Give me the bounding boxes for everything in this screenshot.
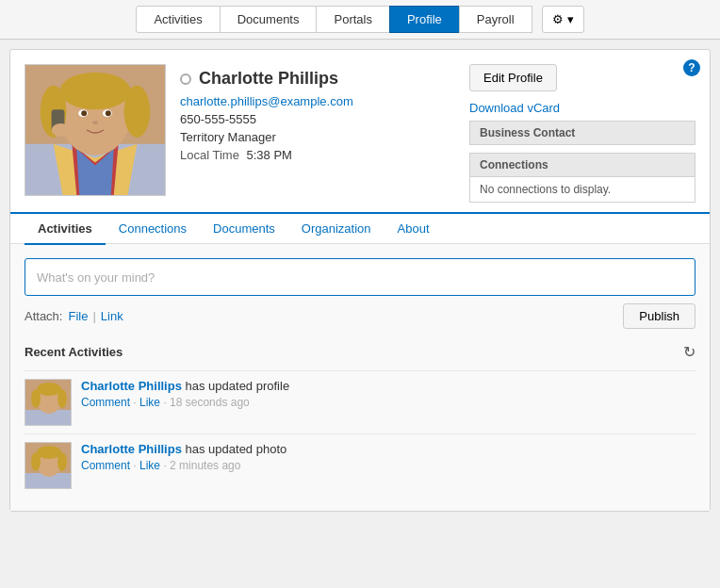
- svg-point-21: [31, 389, 41, 408]
- like-link[interactable]: Like: [139, 396, 160, 409]
- connections-body: No connections to display.: [469, 177, 695, 203]
- download-vcard-link[interactable]: Download vCard: [469, 101, 695, 115]
- activity-avatar: [25, 379, 72, 426]
- profile-phone: 650-555-5555: [180, 112, 455, 126]
- activity-avatar: [25, 442, 72, 489]
- avatar-image: [25, 64, 165, 196]
- main-content: Charlotte Phillips charlotte.phillips@ex…: [9, 49, 711, 512]
- tab-about-profile[interactable]: About: [385, 214, 443, 245]
- svg-point-9: [124, 86, 151, 138]
- activity-links: Comment · Like · 2 minutes ago: [81, 459, 695, 472]
- profile-local-time: Local Time 5:38 PM: [180, 148, 455, 162]
- svg-point-27: [31, 452, 41, 471]
- activity-time: 18 seconds ago: [170, 396, 250, 409]
- connections-section: Connections No connections to display.: [469, 153, 695, 203]
- activities-body: What's on your mind? Attach: File | Link…: [10, 243, 710, 511]
- svg-point-22: [57, 389, 67, 408]
- svg-point-7: [60, 73, 131, 109]
- svg-point-20: [37, 383, 61, 396]
- svg-point-16: [52, 123, 71, 137]
- activity-item: Charlotte Phillips has updated photo Com…: [25, 433, 695, 497]
- activity-person-name[interactable]: Charlotte Phillips: [81, 379, 182, 393]
- attach-separator: |: [92, 309, 95, 323]
- help-icon[interactable]: ?: [683, 59, 700, 76]
- top-nav: Activities Documents Portals Profile Pay…: [0, 0, 720, 40]
- activity-action: has updated photo: [186, 442, 287, 456]
- recent-activities-header: Recent Activities ↻: [25, 343, 695, 361]
- tab-portals[interactable]: Portals: [316, 6, 389, 33]
- profile-tabs: Activities Connections Documents Organiz…: [10, 212, 710, 243]
- profile-job-title: Territory Manager: [180, 130, 455, 144]
- svg-point-12: [81, 110, 87, 116]
- svg-point-28: [57, 452, 67, 471]
- status-indicator: [180, 74, 191, 85]
- activity-text: Charlotte Phillips has updated photo Com…: [81, 442, 695, 489]
- status-placeholder: What's on your mind?: [37, 270, 155, 285]
- tab-connections-profile[interactable]: Connections: [106, 214, 200, 245]
- tab-profile[interactable]: Profile: [389, 6, 460, 33]
- tab-payroll[interactable]: Payroll: [459, 6, 532, 33]
- activity-avatar-image: [25, 380, 72, 426]
- attach-row: Attach: File | Link Publish: [25, 303, 695, 329]
- profile-header: Charlotte Phillips charlotte.phillips@ex…: [10, 50, 710, 212]
- activity-item: Charlotte Phillips has updated profile C…: [25, 370, 695, 433]
- comment-link[interactable]: Comment: [81, 459, 130, 472]
- attach-label: Attach:: [25, 309, 62, 323]
- comment-link[interactable]: Comment: [81, 396, 130, 409]
- activity-avatar-image: [25, 443, 72, 489]
- local-time-value: 5:38 PM: [247, 148, 292, 162]
- attach-file-link[interactable]: File: [68, 309, 88, 323]
- edit-profile-button[interactable]: Edit Profile: [469, 64, 557, 91]
- svg-point-26: [37, 446, 61, 459]
- tab-documents[interactable]: Documents: [220, 6, 318, 33]
- business-contact-header: Business Contact: [469, 121, 695, 145]
- svg-point-14: [92, 121, 98, 124]
- tab-organization-profile[interactable]: Organization: [288, 214, 385, 245]
- local-time-label: Local Time: [180, 148, 239, 162]
- activity-links: Comment · Like · 18 seconds ago: [81, 396, 695, 409]
- tab-activities-profile[interactable]: Activities: [25, 214, 106, 245]
- svg-point-13: [106, 110, 111, 116]
- publish-button[interactable]: Publish: [623, 303, 695, 329]
- tab-documents-profile[interactable]: Documents: [200, 214, 288, 245]
- profile-name: Charlotte Phillips: [199, 69, 338, 89]
- profile-right-panel: Edit Profile Download vCard Business Con…: [469, 64, 695, 203]
- gear-icon: ⚙: [552, 12, 564, 26]
- connections-header: Connections: [469, 153, 695, 177]
- avatar: [25, 64, 166, 196]
- profile-info: Charlotte Phillips charlotte.phillips@ex…: [180, 64, 455, 162]
- activity-text: Charlotte Phillips has updated profile C…: [81, 379, 695, 426]
- tab-activities[interactable]: Activities: [136, 6, 220, 33]
- chevron-down-icon: ▾: [567, 12, 574, 26]
- activity-action: has updated profile: [186, 379, 290, 393]
- settings-button[interactable]: ⚙ ▾: [542, 6, 584, 33]
- activity-person-name[interactable]: Charlotte Phillips: [81, 442, 182, 456]
- profile-email[interactable]: charlotte.phillips@example.com: [180, 94, 455, 108]
- like-link[interactable]: Like: [139, 459, 160, 472]
- status-input[interactable]: What's on your mind?: [25, 258, 695, 296]
- refresh-icon[interactable]: ↻: [683, 343, 695, 361]
- activity-time: 2 minutes ago: [170, 459, 240, 472]
- recent-activities-title: Recent Activities: [25, 345, 683, 359]
- attach-link-link[interactable]: Link: [101, 309, 123, 323]
